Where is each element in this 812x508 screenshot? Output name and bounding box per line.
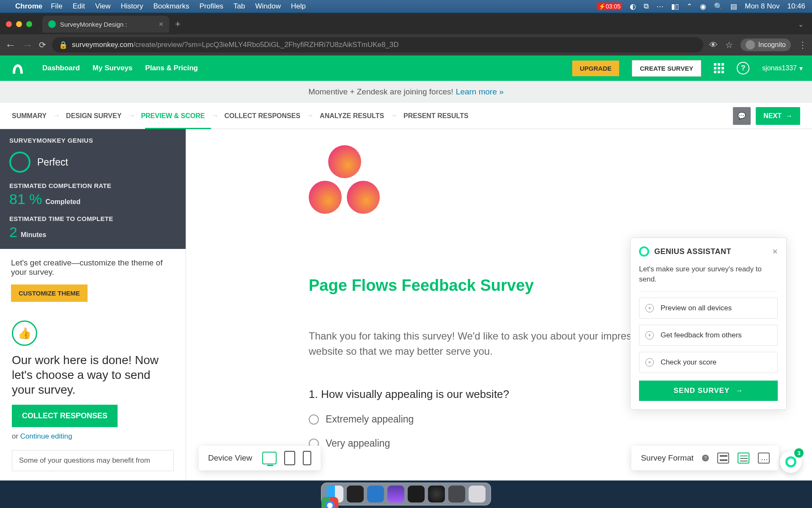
dock-app-icon[interactable]	[408, 486, 425, 502]
menubar-time[interactable]: 10:46	[787, 2, 805, 11]
menu-history[interactable]: History	[121, 2, 143, 11]
step-collect-responses[interactable]: COLLECT RESPONSES→	[225, 111, 314, 120]
close-tab-icon[interactable]: ×	[159, 20, 163, 29]
time-complete-suffix: Minutes	[21, 231, 46, 239]
apps-grid-icon[interactable]	[714, 63, 724, 73]
dock-obs-icon[interactable]	[428, 486, 445, 502]
format-one-question-icon[interactable]	[717, 453, 729, 464]
control-center-icon[interactable]: ◉	[700, 2, 706, 11]
device-phone-icon[interactable]	[303, 451, 311, 465]
bookmark-star-icon[interactable]: ☆	[725, 40, 733, 50]
user-menu[interactable]: sjonas1337▾	[762, 64, 803, 72]
dock-terminal-icon[interactable]	[347, 486, 364, 502]
surveymonkey-logo-icon[interactable]	[9, 62, 26, 75]
help-icon[interactable]: ?	[737, 62, 749, 75]
tabs-dropdown-icon[interactable]: ⌄	[798, 20, 804, 28]
step-design-survey[interactable]: DESIGN SURVEY→	[66, 111, 135, 120]
collect-responses-button[interactable]: COLLECT RESPONSES	[12, 405, 118, 427]
status-icon-2[interactable]: ⧉	[644, 2, 649, 11]
menu-edit[interactable]: Edit	[73, 2, 85, 11]
answer-option[interactable]: Extremely appealing	[309, 414, 689, 425]
assistant-fab-ring-icon	[785, 456, 796, 467]
step-analyze-results[interactable]: ANALYZE RESULTS→	[320, 111, 398, 120]
menubar-app-name[interactable]: Chrome	[15, 2, 42, 11]
send-label: SEND SURVEY	[674, 387, 730, 395]
device-tablet-icon[interactable]	[284, 451, 295, 465]
step-present-results[interactable]: PRESENT RESULTS	[403, 112, 469, 120]
minimize-window-icon[interactable]	[16, 21, 22, 27]
assistant-fab[interactable]: 3	[780, 451, 802, 473]
upgrade-button[interactable]: UPGRADE	[572, 61, 619, 76]
continue-editing-link[interactable]: Continue editing	[20, 432, 72, 440]
menu-bookmarks[interactable]: Bookmarks	[153, 2, 189, 11]
send-survey-button[interactable]: SEND SURVEY→	[639, 381, 778, 401]
nav-dashboard[interactable]: Dashboard	[42, 64, 80, 72]
customize-theme-button[interactable]: CUSTOMIZE THEME	[11, 284, 88, 302]
eye-off-icon[interactable]: 👁︎	[709, 40, 718, 50]
app-area: Dashboard My Surveys Plans & Pricing UPG…	[0, 55, 812, 480]
close-window-icon[interactable]	[6, 21, 12, 27]
dock-app-icon[interactable]	[387, 486, 404, 502]
macos-menubar: Chrome File Edit View History Bookmarks …	[0, 0, 812, 13]
assistant-ring-icon	[639, 246, 649, 257]
wifi-icon[interactable]: ⌃	[686, 2, 692, 11]
menubar-date[interactable]: Mon 8 Nov	[745, 2, 779, 11]
battery-status-icon[interactable]: ⚡03:05	[597, 3, 622, 10]
siri-icon[interactable]: ▤	[730, 2, 737, 11]
step-preview-score[interactable]: PREVIEW & SCORE→	[141, 111, 218, 120]
assistant-task-preview[interactable]: +Preview on all devices	[639, 298, 778, 319]
survey-format-label: Survey Format	[641, 453, 694, 463]
menu-file[interactable]: File	[51, 2, 62, 11]
menu-window[interactable]: Window	[255, 2, 281, 11]
forward-button[interactable]: →	[22, 39, 33, 52]
dock-chrome-icon[interactable]	[321, 497, 338, 508]
completion-rate-value: 81 %	[9, 191, 42, 207]
chrome-window: SurveyMonkey Design : × + ⌄ ← → ⟳ 🔒 surv…	[0, 14, 812, 480]
step-summary[interactable]: SUMMARY→	[12, 111, 60, 120]
chrome-menu-icon[interactable]: ⋮	[798, 40, 807, 50]
address-bar[interactable]: 🔒 surveymonkey.com/create/preview/?sm=Lp…	[52, 37, 703, 52]
fullscreen-window-icon[interactable]	[26, 21, 32, 27]
back-button[interactable]: ←	[5, 39, 16, 52]
nav-plans-pricing[interactable]: Plans & Pricing	[145, 64, 198, 72]
lock-icon[interactable]: 🔒	[59, 41, 68, 50]
brand-dots-icon	[309, 145, 381, 213]
survey-steps-nav: SUMMARY→ DESIGN SURVEY→ PREVIEW & SCORE→…	[0, 103, 812, 129]
help-small-icon[interactable]: ?	[702, 455, 709, 461]
warning-box: Some of your questions may benefit from	[12, 450, 174, 471]
dock-vscode-icon[interactable]	[367, 486, 384, 502]
chevron-down-icon: ▾	[799, 64, 803, 72]
device-desktop-icon[interactable]	[262, 452, 277, 464]
assistant-task-feedback[interactable]: +Get feedback from others	[639, 325, 778, 346]
format-classic-icon[interactable]	[738, 453, 749, 464]
create-survey-button[interactable]: CREATE SURVEY	[632, 60, 701, 77]
assistant-task-score[interactable]: +Check your score	[639, 352, 778, 373]
banner-learn-more-link[interactable]: Learn more »	[456, 87, 504, 97]
radio-icon	[309, 414, 319, 425]
incognito-badge[interactable]: Incognito	[741, 39, 791, 51]
reload-button[interactable]: ⟳	[39, 40, 46, 50]
spotlight-icon[interactable]: 🔍	[714, 2, 723, 11]
battery-icon[interactable]: ▮▯	[671, 2, 679, 11]
task-label: Check your score	[661, 358, 716, 367]
arrow-right-icon: →	[306, 111, 314, 120]
url-domain: surveymonkey.com	[72, 41, 133, 49]
format-conversation-icon[interactable]	[758, 453, 770, 464]
browser-tab[interactable]: SurveyMonkey Design : ×	[42, 16, 169, 33]
menu-view[interactable]: View	[95, 2, 111, 11]
dock-trash-icon[interactable]	[469, 486, 486, 502]
status-icon-1[interactable]: ◐	[630, 2, 636, 11]
comment-button[interactable]: 💬	[733, 107, 751, 125]
menu-profiles[interactable]: Profiles	[199, 2, 223, 11]
close-assistant-icon[interactable]: ×	[773, 247, 778, 257]
menu-tab[interactable]: Tab	[233, 2, 245, 11]
nav-my-surveys[interactable]: My Surveys	[93, 64, 133, 72]
or-text: or	[12, 432, 20, 440]
new-tab-button[interactable]: +	[175, 19, 181, 30]
next-button[interactable]: NEXT→	[756, 107, 800, 125]
banner-text: Momentive + Zendesk are joining forces!	[308, 87, 453, 97]
status-icon-3[interactable]: ⋯	[656, 2, 664, 11]
dock-settings-icon[interactable]	[448, 486, 465, 502]
menu-help[interactable]: Help	[291, 2, 306, 11]
plus-circle-icon: +	[645, 304, 654, 312]
